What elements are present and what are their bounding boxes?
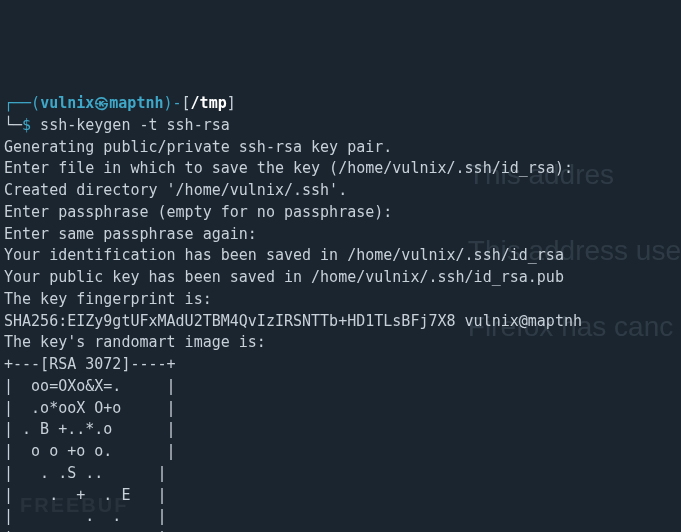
path-bracket-close: ] [227,94,236,112]
output-line: The key fingerprint is: [4,289,677,311]
randomart-line: | oo=OXo&X=. | [4,376,677,398]
output-line: SHA256:EIZy9gtUFxMAdU2TBM4QvIzIRSNTTb+HD… [4,311,677,333]
output-line: Enter passphrase (empty for no passphras… [4,202,677,224]
randomart-line: | .o*ooX O+o | [4,398,677,420]
path-bracket-open: [ [182,94,191,112]
randomart-line: | . . | [4,506,677,528]
output-line: Generating public/private ssh-rsa key pa… [4,137,677,159]
randomart-line: | . B +..*.o | [4,419,677,441]
output-line: Created directory '/home/vulnix/.ssh'. [4,180,677,202]
output-line: Your identification has been saved in /h… [4,245,677,267]
randomart-line: | | [4,528,677,532]
prompt-dash-mid: )- [164,94,182,112]
prompt-dash-open: ┌──( [4,94,40,112]
randomart-line: | o o +o o. | [4,441,677,463]
output-line: Your public key has been saved in /home/… [4,267,677,289]
prompt-arrow: └─ [4,116,22,134]
randomart-line: | . + . E | [4,485,677,507]
randomart-border-top: +---[RSA 3072]----+ [4,354,677,376]
output-line: Enter same passphrase again: [4,224,677,246]
output-line: The key's randomart image is: [4,332,677,354]
prompt-line-2[interactable]: └─$ ssh-keygen -t ssh-rsa [4,115,677,137]
randomart-line: | . .S .. | [4,463,677,485]
prompt-dollar: $ [22,116,31,134]
prompt-line-1: ┌──(vulnix㉿maptnh)-[/tmp] [4,93,677,115]
output-line: Enter file in which to save the key (/ho… [4,158,677,180]
prompt-user-host: vulnix㉿maptnh [40,94,163,112]
command-text: ssh-keygen -t ssh-rsa [31,116,230,134]
prompt-path: /tmp [191,94,227,112]
